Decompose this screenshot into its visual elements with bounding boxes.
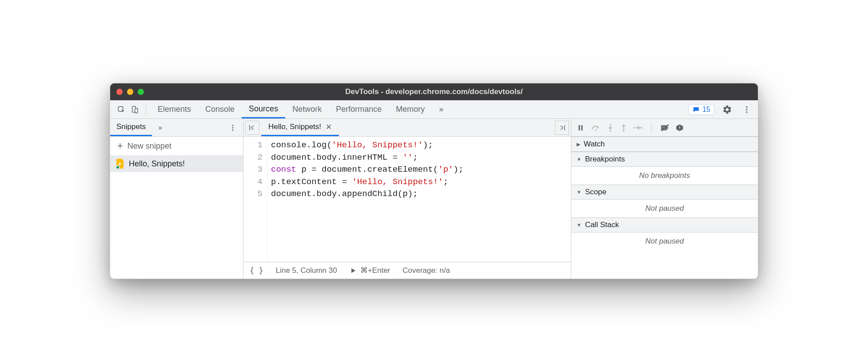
plus-icon: + (117, 141, 123, 151)
svg-rect-21 (679, 126, 680, 128)
chevron-down-icon: ▼ (577, 189, 581, 195)
debugger-toolbar (571, 119, 758, 137)
step-out-icon[interactable] (620, 124, 627, 132)
chevron-down-icon: ▼ (577, 222, 581, 228)
devtools-toolbar: Elements Console Sources Network Perform… (110, 100, 758, 119)
settings-icon[interactable] (721, 103, 734, 116)
snippet-file-item[interactable]: Hello, Snippets! (110, 155, 243, 172)
editor-status-bar: { } Line 5, Column 30 ⌘+Enter Coverage: … (243, 262, 571, 279)
message-icon (693, 106, 700, 113)
kebab-menu-icon[interactable] (740, 103, 753, 116)
nav-prev-icon[interactable] (245, 121, 259, 135)
debugger-pane: ▶ Watch ▼ Breakpoints No breakpoints ▼ S… (571, 119, 758, 279)
svg-point-5 (746, 111, 747, 113)
step-into-icon[interactable] (607, 124, 614, 132)
tab-memory[interactable]: Memory (389, 100, 432, 118)
svg-rect-9 (249, 125, 250, 130)
snippet-file-name: Hello, Snippets! (129, 159, 185, 169)
window-close-button[interactable] (116, 89, 123, 95)
sources-panel: Snippets » + New snippet Hello, Snippets… (110, 119, 758, 279)
cursor-position: Line 5, Column 30 (276, 266, 337, 275)
svg-point-6 (232, 125, 234, 126)
callstack-section-header[interactable]: ▼ Call Stack (571, 217, 758, 232)
chevron-right-icon: ▶ (577, 142, 580, 147)
debug-divider (651, 123, 652, 133)
svg-point-8 (232, 129, 234, 130)
issues-badge[interactable]: 15 (689, 104, 714, 115)
play-icon (350, 267, 357, 274)
editor-tabbar: Hello, Snippets! ✕ (243, 119, 571, 137)
watch-section-header[interactable]: ▶ Watch (571, 137, 758, 152)
devtools-main-tabs: Elements Console Sources Network Perform… (151, 100, 450, 118)
window-title: DevTools - developer.chrome.com/docs/dev… (110, 87, 758, 96)
svg-point-4 (746, 109, 747, 110)
callstack-body: Not paused (571, 232, 758, 250)
devtools-window: DevTools - developer.chrome.com/docs/dev… (110, 83, 758, 279)
run-shortcut-hint: ⌘+Enter (360, 266, 390, 275)
svg-point-13 (595, 129, 597, 131)
svg-rect-22 (679, 129, 680, 130)
window-traffic-lights (116, 89, 144, 95)
pause-icon[interactable] (577, 124, 585, 132)
code-editor[interactable]: 12345 console.log('Hello, Snippets!');do… (243, 137, 571, 262)
toolbar-divider (146, 105, 146, 114)
window-zoom-button[interactable] (138, 89, 144, 95)
issues-count: 15 (702, 106, 710, 114)
scope-body: Not paused (571, 200, 758, 217)
toolbar-right: 15 (689, 103, 753, 116)
svg-point-15 (609, 130, 611, 132)
step-over-icon[interactable] (591, 124, 601, 132)
callstack-label: Call Stack (585, 220, 619, 229)
editor-tab-title: Hello, Snippets! (268, 122, 321, 131)
tab-performance[interactable]: Performance (329, 100, 389, 118)
svg-rect-11 (579, 125, 580, 130)
navigator-header: Snippets » (110, 119, 243, 137)
new-snippet-label: New snippet (127, 142, 171, 151)
svg-point-17 (623, 130, 625, 132)
deactivate-breakpoints-icon[interactable] (661, 124, 669, 132)
svg-point-7 (232, 127, 234, 128)
scope-label: Scope (585, 188, 606, 197)
svg-rect-2 (135, 108, 138, 113)
device-toolbar-icon[interactable] (128, 103, 141, 116)
coverage-status: Coverage: n/a (402, 266, 450, 275)
editor-pane: Hello, Snippets! ✕ 12345 console.log('He… (243, 119, 571, 279)
chevron-down-icon: ▼ (577, 157, 581, 162)
close-icon[interactable]: ✕ (326, 122, 332, 132)
tabs-overflow-icon[interactable]: » (432, 100, 450, 118)
breakpoints-section-header[interactable]: ▼ Breakpoints (571, 152, 758, 167)
code-content[interactable]: console.log('Hello, Snippets!');document… (267, 137, 467, 262)
step-icon[interactable] (633, 125, 642, 131)
svg-rect-10 (564, 125, 565, 130)
breakpoints-label: Breakpoints (585, 155, 625, 164)
modified-indicator-icon (115, 165, 120, 169)
tab-elements[interactable]: Elements (151, 100, 198, 118)
line-gutter: 12345 (243, 137, 267, 262)
svg-rect-18 (633, 127, 638, 128)
svg-rect-12 (581, 125, 583, 130)
inspect-element-icon[interactable] (115, 103, 128, 116)
svg-rect-14 (610, 124, 611, 128)
svg-point-19 (641, 127, 642, 129)
nav-next-icon[interactable] (555, 121, 569, 135)
watch-label: Watch (584, 140, 605, 149)
navigator-sidebar: Snippets » + New snippet Hello, Snippets… (110, 119, 243, 279)
window-titlebar: DevTools - developer.chrome.com/docs/dev… (110, 83, 758, 100)
tab-console[interactable]: Console (198, 100, 242, 118)
navigator-tabs-overflow-icon[interactable]: » (152, 124, 168, 132)
svg-rect-16 (623, 126, 624, 130)
navigator-kebab-icon[interactable] (223, 124, 243, 132)
editor-tab[interactable]: Hello, Snippets! ✕ (261, 119, 339, 136)
tab-sources[interactable]: Sources (242, 100, 285, 118)
tab-network[interactable]: Network (285, 100, 329, 118)
window-minimize-button[interactable] (127, 89, 133, 95)
scope-section-header[interactable]: ▼ Scope (571, 185, 758, 200)
snippet-file-icon (116, 159, 124, 169)
run-snippet-button[interactable]: ⌘+Enter (350, 266, 390, 275)
new-snippet-button[interactable]: + New snippet (110, 137, 243, 155)
svg-point-3 (746, 106, 747, 107)
pretty-print-icon[interactable]: { } (250, 266, 263, 275)
breakpoints-body: No breakpoints (571, 167, 758, 185)
pause-on-exceptions-icon[interactable] (676, 124, 684, 132)
navigator-tab-snippets[interactable]: Snippets (110, 119, 152, 136)
